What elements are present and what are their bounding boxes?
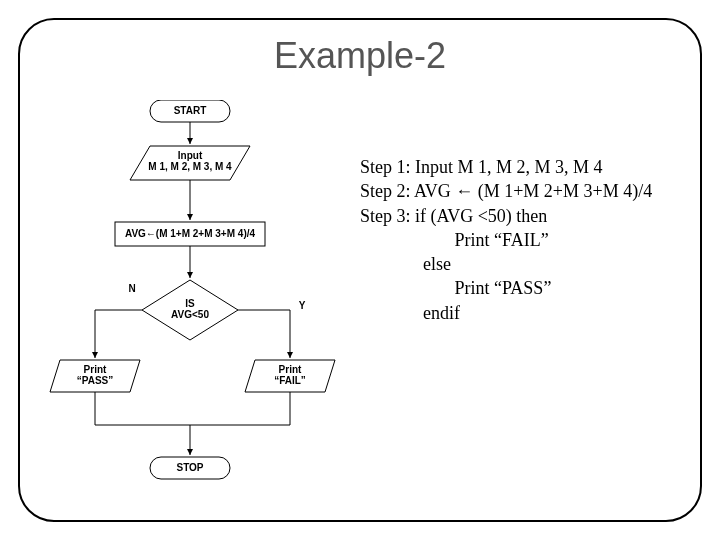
node-fail-l1: Print: [279, 364, 302, 375]
branch-y-label: Y: [292, 300, 312, 311]
node-pass: Print “PASS”: [58, 364, 132, 386]
branch-n-label: N: [122, 283, 142, 294]
node-decision-l1: IS: [185, 298, 194, 309]
node-fail-l2: “FAIL”: [274, 375, 306, 386]
pseudocode: Step 1: Input M 1, M 2, M 3, M 4 Step 2:…: [360, 155, 652, 325]
node-start: START: [150, 105, 230, 116]
step-3d: endif: [360, 301, 652, 325]
step-3b: else: [360, 252, 652, 276]
step-3c: Print “PASS”: [360, 276, 652, 300]
node-stop: STOP: [150, 462, 230, 473]
node-decision: IS AVG<50: [160, 298, 220, 320]
node-decision-l2: AVG<50: [171, 309, 209, 320]
node-pass-l1: Print: [84, 364, 107, 375]
flowchart: START Input M 1, M 2, M 3, M 4 AVG←(M 1+…: [40, 100, 370, 500]
node-process: AVG←(M 1+M 2+M 3+M 4)/4: [115, 228, 265, 239]
node-pass-l2: “PASS”: [77, 375, 114, 386]
step-3: Step 3: if (AVG <50) then: [360, 204, 652, 228]
node-input-l1: Input: [178, 150, 202, 161]
node-input: Input M 1, M 2, M 3, M 4: [135, 150, 245, 172]
step-3a: Print “FAIL”: [360, 228, 652, 252]
step-2: Step 2: AVG ← (M 1+M 2+M 3+M 4)/4: [360, 179, 652, 203]
node-input-l2: M 1, M 2, M 3, M 4: [148, 161, 231, 172]
slide-title: Example-2: [0, 35, 720, 77]
slide: Example-2: [0, 0, 720, 540]
node-fail: Print “FAIL”: [253, 364, 327, 386]
step-1: Step 1: Input M 1, M 2, M 3, M 4: [360, 155, 652, 179]
